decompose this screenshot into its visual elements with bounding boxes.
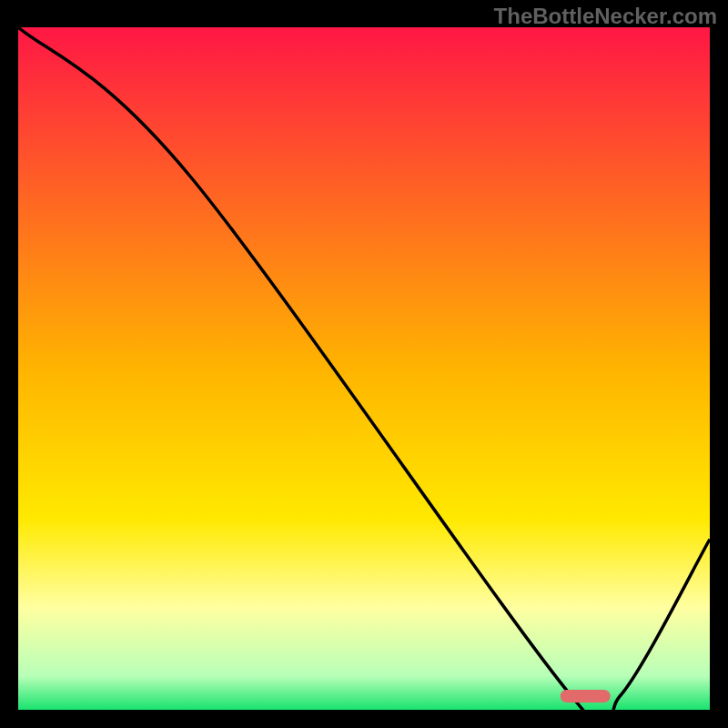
chart-container: TheBottleNecker.com	[0, 0, 728, 728]
optimal-marker	[561, 690, 611, 703]
marker-layer	[18, 27, 710, 710]
chart-area	[18, 27, 710, 710]
watermark-text: TheBottleNecker.com	[494, 4, 717, 29]
